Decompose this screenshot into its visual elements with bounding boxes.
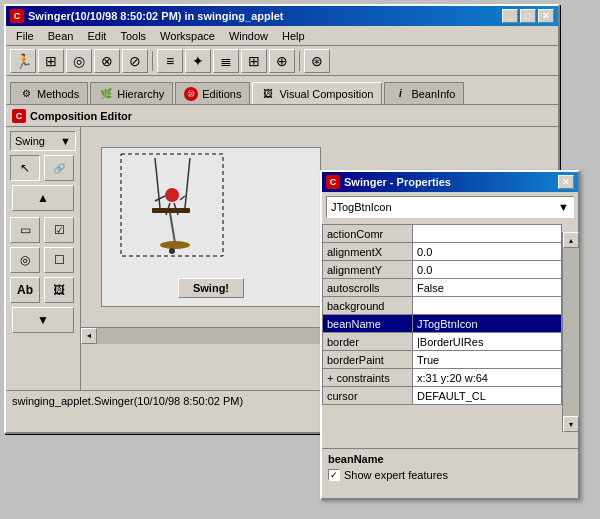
tool-group-4: ◎ ☐ <box>10 247 76 273</box>
scroll-left-btn[interactable]: ◂ <box>81 328 97 344</box>
toolbar-star-btn[interactable]: ✦ <box>185 49 211 73</box>
prop-value-borderpaint[interactable]: True <box>413 351 562 369</box>
prop-value-alignmentx[interactable]: 0.0 <box>413 243 562 261</box>
tab-hierarchy-label: Hierarchy <box>117 88 164 100</box>
swing-dropdown[interactable]: Swing ▼ <box>10 131 76 151</box>
table-row: actionComr <box>323 225 562 243</box>
methods-icon: ⚙ <box>19 87 33 101</box>
tool-check2[interactable]: ☐ <box>44 247 74 273</box>
menu-workspace[interactable]: Workspace <box>154 28 221 44</box>
tab-beaninfo-label: BeanInfo <box>411 88 455 100</box>
svg-line-7 <box>155 196 165 201</box>
tool-up-arrow[interactable]: ▲ <box>12 185 74 211</box>
toolbar: 🏃 ⊞ ◎ ⊗ ⊘ ≡ ✦ ≣ ⊞ ⊕ ⊛ <box>6 46 558 76</box>
props-footer: beanName ✓ Show expert features <box>322 448 578 498</box>
prop-value-alignmenty[interactable]: 0.0 <box>413 261 562 279</box>
tool-down-arrow[interactable]: ▼ <box>12 307 74 333</box>
title-controls: _ □ ✕ <box>502 9 554 23</box>
props-dropdown-value: JTogBtnIcon <box>331 201 392 213</box>
svg-point-5 <box>160 241 190 249</box>
menu-help[interactable]: Help <box>276 28 311 44</box>
svg-point-11 <box>169 248 175 254</box>
close-button[interactable]: ✕ <box>538 9 554 23</box>
prop-name-borderpaint: borderPaint <box>323 351 413 369</box>
tool-connect[interactable]: 🔗 <box>44 155 74 181</box>
tab-editions[interactable]: ⑩ Editions <box>175 82 250 104</box>
table-row: alignmentY 0.0 <box>323 261 562 279</box>
prop-value-beanname[interactable]: JTogBtnIcon <box>413 315 562 333</box>
prop-name-beanname: beanName <box>323 315 413 333</box>
toolbar-stop-btn[interactable]: ⊗ <box>94 49 120 73</box>
toolbar-stop2-btn[interactable]: ⊘ <box>122 49 148 73</box>
props-title-bar: C Swinger - Properties ✕ <box>322 172 578 192</box>
tab-visual[interactable]: 🖼 Visual Composition <box>252 82 382 104</box>
props-dropdown-arrow: ▼ <box>558 201 569 213</box>
expert-checkbox[interactable]: ✓ <box>328 469 340 481</box>
props-scrollbar: ▴ ▾ <box>562 232 578 432</box>
table-row: + constraints x:31 y:20 w:64 <box>323 369 562 387</box>
toolbar-run-btn[interactable]: 🏃 <box>10 49 36 73</box>
menu-edit[interactable]: Edit <box>81 28 112 44</box>
prop-name-autoscrolls: autoscrolls <box>323 279 413 297</box>
visual-icon: 🖼 <box>261 87 275 101</box>
table-row: autoscrolls False <box>323 279 562 297</box>
toolbar-list-btn[interactable]: ≡ <box>157 49 183 73</box>
svg-rect-3 <box>152 208 190 213</box>
menu-bean[interactable]: Bean <box>42 28 80 44</box>
tool-text[interactable]: Ab <box>10 277 40 303</box>
toolbar-gauge-btn[interactable]: ⊛ <box>304 49 330 73</box>
swing-button[interactable]: Swing! <box>178 278 244 298</box>
app-icon: C <box>10 9 24 23</box>
swing-illustration <box>120 153 225 258</box>
tab-bar: ⚙ Methods 🌿 Hierarchy ⑩ Editions 🖼 Visua… <box>6 76 558 104</box>
tab-methods-label: Methods <box>37 88 79 100</box>
toolbar-box-btn[interactable]: ⊞ <box>241 49 267 73</box>
props-dropdown[interactable]: JTogBtnIcon ▼ <box>326 196 574 218</box>
props-scroll-down[interactable]: ▾ <box>563 416 579 432</box>
menu-window[interactable]: Window <box>223 28 274 44</box>
table-row-selected[interactable]: beanName JTogBtnIcon <box>323 315 562 333</box>
prop-value-border[interactable]: |BorderUIRes <box>413 333 562 351</box>
prop-value-autoscrolls[interactable]: False <box>413 279 562 297</box>
comp-editor-header: C Composition Editor <box>6 105 558 127</box>
main-title-bar: C Swinger(10/10/98 8:50:02 PM) in swingi… <box>6 6 558 26</box>
prop-value-constraints[interactable]: x:31 y:20 w:64 <box>413 369 562 387</box>
toolbar-grid-btn[interactable]: ⊞ <box>38 49 64 73</box>
toolbar-plus-btn[interactable]: ⊕ <box>269 49 295 73</box>
props-scroll-track[interactable] <box>563 248 579 416</box>
props-footer-label: beanName <box>328 453 572 465</box>
menu-file[interactable]: File <box>10 28 40 44</box>
tab-hierarchy[interactable]: 🌿 Hierarchy <box>90 82 173 104</box>
toolbar-lines-btn[interactable]: ≣ <box>213 49 239 73</box>
tool-check[interactable]: ☑ <box>44 217 74 243</box>
editions-icon: ⑩ <box>184 87 198 101</box>
props-controls: ✕ <box>558 175 574 189</box>
table-row: alignmentX 0.0 <box>323 243 562 261</box>
tool-rect[interactable]: ▭ <box>10 217 40 243</box>
prop-value-background[interactable] <box>413 297 562 315</box>
tab-methods[interactable]: ⚙ Methods <box>10 82 88 104</box>
tool-group-1: ↖ 🔗 <box>10 155 76 181</box>
tool-select[interactable]: ↖ <box>10 155 40 181</box>
prop-value-cursor[interactable]: DEFAULT_CL <box>413 387 562 405</box>
menu-tools[interactable]: Tools <box>114 28 152 44</box>
maximize-button[interactable]: □ <box>520 9 536 23</box>
swing-dropdown-arrow: ▼ <box>60 135 71 147</box>
tool-radio[interactable]: ◎ <box>10 247 40 273</box>
tool-image[interactable]: 🖼 <box>44 277 74 303</box>
svg-rect-0 <box>121 154 223 256</box>
svg-point-6 <box>165 188 179 202</box>
props-scroll-up[interactable]: ▴ <box>563 232 579 248</box>
table-row: borderPaint True <box>323 351 562 369</box>
props-table: actionComr alignmentX 0.0 alignmentY 0.0… <box>322 224 562 405</box>
tab-beaninfo[interactable]: i BeanInfo <box>384 82 464 104</box>
canvas-inner: Swing! <box>101 147 321 307</box>
toolbar-separator2 <box>299 51 300 71</box>
properties-panel: C Swinger - Properties ✕ JTogBtnIcon ▼ a… <box>320 170 580 500</box>
toolbar-circle-btn[interactable]: ◎ <box>66 49 92 73</box>
tool-group-6: ▼ <box>10 307 76 333</box>
tool-group-5: Ab 🖼 <box>10 277 76 303</box>
prop-value-actioncomr[interactable] <box>413 225 562 243</box>
props-close-button[interactable]: ✕ <box>558 175 574 189</box>
minimize-button[interactable]: _ <box>502 9 518 23</box>
